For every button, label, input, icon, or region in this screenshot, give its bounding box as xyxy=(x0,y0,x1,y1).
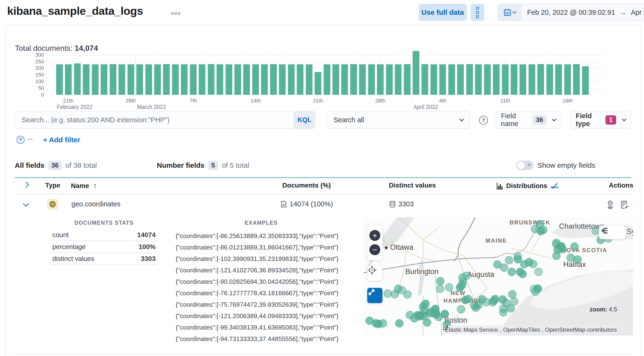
chart-month-gridline xyxy=(136,53,136,102)
map-marker[interactable] xyxy=(457,305,465,313)
map-marker[interactable] xyxy=(571,243,578,251)
search-all-select[interactable]: Search all xyxy=(327,111,470,129)
map-marker[interactable] xyxy=(508,290,516,298)
edit-field-icon[interactable] xyxy=(620,200,629,209)
calendar-icon xyxy=(504,9,511,16)
map-marker[interactable] xyxy=(494,261,502,269)
field-type-label: Field type xyxy=(576,112,602,128)
map-marker[interactable] xyxy=(535,268,542,276)
chart-x-tick-label: 14th xyxy=(250,98,261,104)
use-full-data-button[interactable]: Use full data xyxy=(418,4,467,21)
explore-in-maps-icon[interactable] xyxy=(606,200,614,209)
map-marker[interactable] xyxy=(458,274,466,282)
data-visualizer-page: kibana_sample_data_logs Use full data Fe… xyxy=(0,0,644,356)
field-name-count-badge: 36 xyxy=(533,115,546,125)
map-marker[interactable] xyxy=(516,268,524,276)
attribution-link[interactable]: OpenStreetMap contributors xyxy=(545,326,617,333)
date-range-end[interactable]: Apr 2 xyxy=(631,9,644,17)
column-header-name[interactable]: Name ↑ xyxy=(71,182,97,190)
map-marker[interactable] xyxy=(505,256,513,264)
map-marker[interactable] xyxy=(445,284,453,291)
map-marker[interactable] xyxy=(508,268,516,276)
map-zoom-in-button[interactable]: + xyxy=(369,230,380,241)
kql-language-button[interactable]: KQL xyxy=(294,111,315,128)
chart-y-tick-label: 300 xyxy=(31,52,44,58)
map-marker[interactable] xyxy=(432,310,440,318)
geo-coordinates-map[interactable]: ★OttawaBurlingtonAugustaBostonHalifaxCha… xyxy=(364,217,633,335)
external-link-icon xyxy=(443,325,448,330)
map-marker[interactable] xyxy=(532,288,540,296)
map-marker[interactable] xyxy=(520,260,528,268)
map-marker[interactable] xyxy=(536,220,544,228)
attribution-link[interactable]: OpenMapTiles , xyxy=(503,326,543,333)
show-empty-fields-toggle[interactable]: × xyxy=(516,161,534,170)
stat-value: 3303 xyxy=(141,255,156,263)
capital-star-icon: ★ xyxy=(384,244,389,251)
chart-y-tick-label: 200 xyxy=(31,65,44,71)
stat-label: distinct values xyxy=(52,255,94,263)
field-type-count-badge: 1 xyxy=(606,115,616,125)
map-marker[interactable] xyxy=(567,254,575,262)
map-marker[interactable] xyxy=(514,252,522,260)
examples-title: EXAMPLES xyxy=(175,220,348,226)
chart-bar xyxy=(101,64,107,95)
map-marker[interactable] xyxy=(491,295,499,303)
expand-all-chevron-icon[interactable] xyxy=(24,183,28,188)
field-distinct-cell: 3303 xyxy=(389,200,414,208)
calendar-dropdown-button[interactable] xyxy=(498,4,522,21)
map-expand-button[interactable] xyxy=(367,288,382,303)
map-marker[interactable] xyxy=(592,227,600,235)
sampling-options-button[interactable] xyxy=(470,4,484,21)
chevron-down-icon xyxy=(552,117,557,121)
map-marker[interactable] xyxy=(366,317,374,325)
kql-search-bar[interactable]: KQL xyxy=(15,111,315,129)
map-marker[interactable] xyxy=(394,285,402,293)
title-options-icon[interactable] xyxy=(171,12,180,15)
attribution-link[interactable]: Elastic Maps Service , xyxy=(445,326,501,333)
chart-bar xyxy=(314,72,321,95)
map-marker[interactable] xyxy=(458,281,466,289)
chart-bar xyxy=(546,64,553,95)
map-marker[interactable] xyxy=(384,290,392,298)
chart-bar xyxy=(493,64,500,95)
map-marker[interactable] xyxy=(554,246,562,254)
use-full-data-label: Use full data xyxy=(422,8,464,17)
date-range-start[interactable]: Feb 20, 2022 @ 00:39:02.91 xyxy=(527,9,615,17)
map-city-label: Sy xyxy=(627,227,633,236)
bar-chart-icon xyxy=(496,182,503,190)
field-type-filter[interactable]: Field type 1 xyxy=(570,111,631,129)
field-name[interactable]: geo.coordinates xyxy=(72,200,120,208)
chart-bar xyxy=(413,51,419,95)
add-filter-button[interactable]: + Add filter xyxy=(43,136,80,144)
map-marker[interactable] xyxy=(464,295,472,303)
map-marker[interactable] xyxy=(574,256,582,264)
date-range-text[interactable]: Feb 20, 2022 @ 00:39:02.91 → Apr 2 xyxy=(522,8,644,17)
chart-bar xyxy=(261,64,268,95)
map-marker[interactable] xyxy=(410,314,418,322)
search-input[interactable] xyxy=(15,111,294,128)
map-marker[interactable] xyxy=(483,298,490,306)
row-bottom-divider xyxy=(15,353,631,354)
map-marker[interactable] xyxy=(436,277,444,285)
map-marker[interactable] xyxy=(470,302,478,309)
filter-icon[interactable] xyxy=(17,136,24,144)
date-range-picker[interactable]: Feb 20, 2022 @ 00:39:02.91 → Apr 2 xyxy=(498,4,644,21)
eye-closed-icon[interactable] xyxy=(550,182,559,190)
table-header-divider xyxy=(15,194,631,194)
stat-row: count14074 xyxy=(50,229,158,241)
help-icon[interactable]: ? xyxy=(479,116,488,125)
map-canvas: ★OttawaBurlingtonAugustaBostonHalifaxCha… xyxy=(364,217,633,335)
chart-axis-tick xyxy=(131,95,131,97)
map-fit-to-data-button[interactable] xyxy=(367,265,382,281)
map-marker[interactable] xyxy=(396,319,404,327)
map-marker[interactable] xyxy=(502,299,510,307)
map-marker[interactable] xyxy=(510,298,518,305)
row-collapse-chevron-icon[interactable] xyxy=(24,202,28,207)
map-zoom-out-button[interactable]: − xyxy=(369,244,380,255)
chart-bar xyxy=(216,64,223,95)
chart-bar xyxy=(92,64,98,95)
chart-bar xyxy=(306,64,312,95)
map-layers-panel-button[interactable] xyxy=(599,225,626,239)
map-marker[interactable] xyxy=(436,285,444,293)
field-name-filter[interactable]: Field name 36 xyxy=(496,111,561,129)
